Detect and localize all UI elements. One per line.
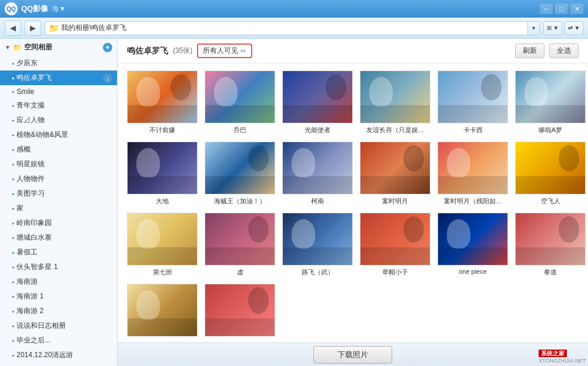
forward-button[interactable]: ▶ <box>25 21 41 36</box>
photo-item[interactable]: 光能使者 <box>282 70 353 135</box>
edit-icon[interactable]: ✏ <box>240 47 246 55</box>
minimize-button[interactable]: ─ <box>540 4 553 14</box>
privacy-badge[interactable]: 所有人可见 ✏ <box>197 43 252 58</box>
sidebar-item-label: 伙头智多星 1 <box>16 262 112 272</box>
download-photos-button[interactable]: 下载照片 <box>313 346 392 364</box>
sidebar-item-shuoshuo[interactable]: ▪ 说说和日志相册 <box>0 318 117 333</box>
sidebar-item-2014[interactable]: ▪ 2014.12.20清远游 <box>0 348 117 362</box>
photo-item[interactable]: 虚 <box>205 213 275 277</box>
toolbar: ◀ ▶ 📁 我的相册\鸣佐卓罗飞 ▼ ⊞ ▼ ⇄ ▼ <box>0 18 588 39</box>
photo-thumbnail[interactable] <box>127 213 198 266</box>
photo-item[interactable]: 案时明月（残阳如... <box>437 142 508 206</box>
sidebar-item-zhiwu[interactable]: ▪ 植物&动物&风景 <box>0 127 117 142</box>
photo-item[interactable]: 友谊长存（只是娱... <box>360 70 430 135</box>
download-icon[interactable]: ↓ <box>103 73 112 83</box>
sidebar-item-label: 暑假工 <box>16 247 112 257</box>
sidebar-item-personalities[interactable]: ▪ Personalities <box>0 362 117 366</box>
album-icon: ▪ <box>12 293 14 301</box>
photo-thumbnail[interactable] <box>282 70 353 123</box>
photo-item[interactable]: 拳道 <box>515 213 586 277</box>
sidebar-group-header[interactable]: ▼ 📁 空间相册 + <box>0 40 117 55</box>
photo-thumbnail[interactable] <box>205 70 275 123</box>
close-button[interactable]: ✕ <box>570 4 583 14</box>
photo-item[interactable]: 海贼王（加油！） <box>205 142 275 206</box>
sidebar-item-qingnian[interactable]: ▪ 青年文撮 <box>0 98 117 113</box>
photo-item[interactable]: 路飞（武） <box>282 213 353 277</box>
photo-caption: 虚 <box>237 268 243 277</box>
photo-item[interactable]: 案时明月 <box>360 142 430 206</box>
sidebar-item-hainanyou2[interactable]: ▪ 海南游 2 <box>0 304 117 318</box>
sidebar-item-yingrenwu[interactable]: ▪ 应⊿人物 <box>0 113 117 127</box>
photo-thumbnail[interactable] <box>127 142 198 194</box>
select-all-button[interactable]: 全选 <box>549 43 579 58</box>
titlebar-left: QQ QQ影像 海▼ <box>5 2 66 15</box>
address-bar[interactable]: 📁 我的相册\鸣佐卓罗飞 ▼ <box>45 21 540 35</box>
sidebar-item-hainanyou[interactable]: ▪ 海南游 <box>0 274 117 289</box>
sidebar-item-renwu[interactable]: ▪ 人物物件 <box>0 172 117 186</box>
nav-button[interactable]: ⇄ ▼ <box>564 21 583 35</box>
refresh-button[interactable]: 刷新 <box>515 43 544 58</box>
sidebar-item-mingzuo[interactable]: ▪ 鸣佐卓罗飞 ↓ <box>0 70 117 85</box>
sidebar-item-huoban[interactable]: ▪ 伙头智多星 1 <box>0 260 117 274</box>
photo-caption: 案时明月（残阳如... <box>444 197 501 206</box>
photo-item[interactable]: one piece <box>437 213 508 277</box>
sidebar-item-lingnan[interactable]: ▪ 岭南印象园 <box>0 216 117 230</box>
sidebar-item-ganjue[interactable]: ▪ 感概 <box>0 142 117 157</box>
photo-thumbnail[interactable] <box>515 142 586 194</box>
sidebar-item-hainanyou1[interactable]: ▪ 海南游 1 <box>0 289 117 304</box>
sidebar-item-label: 家 <box>16 203 112 213</box>
sidebar-item-label: 感概 <box>16 145 112 155</box>
photo-item[interactable]: 哆啦A梦 <box>515 70 586 135</box>
photo-grid: 不计前嫌 乔巴 光能使者 <box>127 70 579 339</box>
photo-item[interactable]: 草帽小子 <box>360 213 430 277</box>
photo-thumbnail[interactable] <box>360 142 430 194</box>
photo-item[interactable] <box>205 284 275 339</box>
photo-item[interactable]: 第七班 <box>127 213 198 277</box>
photo-thumbnail[interactable] <box>437 142 508 194</box>
sidebar-item-gucheng[interactable]: ▪ 塘城白水寨 <box>0 230 117 245</box>
photo-item[interactable]: 乔巴 <box>205 70 275 135</box>
photo-caption: 案时明月 <box>382 197 408 206</box>
album-icon: ▪ <box>12 88 14 96</box>
photo-thumbnail[interactable] <box>360 70 430 123</box>
photo-thumbnail[interactable] <box>127 284 198 337</box>
sidebar-item-smile[interactable]: ▪ Smile <box>0 85 117 98</box>
photo-thumbnail[interactable] <box>205 213 275 266</box>
photo-item[interactable] <box>127 284 198 339</box>
photo-item[interactable]: 空飞人 <box>515 142 586 206</box>
maximize-button[interactable]: □ <box>555 4 568 14</box>
back-button[interactable]: ◀ <box>5 21 21 36</box>
album-icon: ▪ <box>12 131 14 139</box>
sidebar-item-shujia[interactable]: ▪ 暑假工 <box>0 245 117 260</box>
titlebar-menu[interactable]: 海▼ <box>52 4 66 14</box>
sidebar-item-biye[interactable]: ▪ 毕业之后... <box>0 333 117 348</box>
view-grid-button[interactable]: ⊞ ▼ <box>543 21 562 35</box>
sidebar-item-label: 鸣佐卓罗飞 <box>16 73 101 83</box>
sidebar-item-jia[interactable]: ▪ 家 <box>0 201 117 216</box>
photo-thumbnail[interactable] <box>205 284 275 337</box>
photo-thumbnail[interactable] <box>515 213 586 266</box>
photo-caption: 乔巴 <box>233 126 246 135</box>
bottom-bar: 下载照片 <box>118 343 588 366</box>
photo-item[interactable]: 不计前嫌 <box>127 70 198 135</box>
photo-thumbnail[interactable] <box>515 70 586 123</box>
photo-thumbnail[interactable] <box>205 142 275 194</box>
photo-item[interactable]: 柯南 <box>282 142 353 206</box>
sidebar: ▼ 📁 空间相册 + ▪ 夕辰东 ▪ 鸣佐卓罗飞 ↓ ▪ Smile ▪ 青年文… <box>0 39 118 366</box>
photo-thumbnail[interactable] <box>437 213 508 266</box>
photo-grid-container[interactable]: 不计前嫌 乔巴 光能使者 <box>118 63 588 343</box>
photo-item[interactable]: 卡卡西 <box>437 70 508 135</box>
sidebar-item-xiadongxi[interactable]: ▪ 夕辰东 <box>0 56 117 70</box>
photo-thumbnail[interactable] <box>360 213 430 266</box>
photo-thumbnail[interactable] <box>282 213 353 266</box>
address-dropdown[interactable]: ▼ <box>527 22 539 35</box>
sidebar-item-label: 2014.12.20清远游 <box>16 350 112 360</box>
sidebar-item-meituxuexi[interactable]: ▪ 美图学习 <box>0 186 117 201</box>
photo-thumbnail[interactable] <box>282 142 353 194</box>
add-album-button[interactable]: + <box>103 43 112 52</box>
photo-item[interactable]: 大地 <box>127 142 198 206</box>
sidebar-item-mingxing[interactable]: ▪ 明星娱镜 <box>0 157 117 172</box>
photo-thumbnail[interactable] <box>437 70 508 123</box>
photo-thumbnail[interactable] <box>127 70 198 123</box>
sidebar-item-label: 美图学习 <box>16 189 112 199</box>
